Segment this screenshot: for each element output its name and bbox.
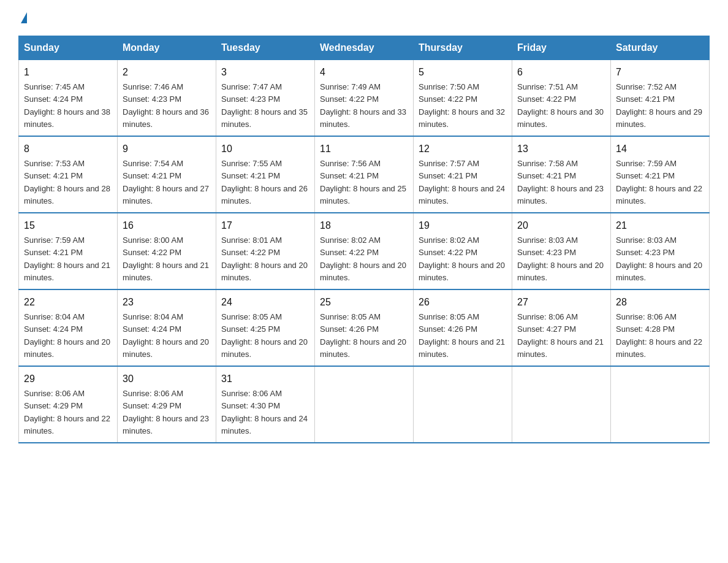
day-number: 28 (616, 295, 704, 310)
day-daylight: Daylight: 8 hours and 21 minutes. (123, 261, 209, 282)
header-sunday: Sunday (19, 36, 118, 60)
day-cell: 4Sunrise: 7:49 AMSunset: 4:22 PMDaylight… (315, 60, 414, 137)
day-sunset: Sunset: 4:21 PM (616, 171, 675, 180)
day-sunrise: Sunrise: 8:03 AM (517, 236, 578, 245)
day-cell: 2Sunrise: 7:46 AMSunset: 4:23 PMDaylight… (118, 60, 216, 137)
day-daylight: Daylight: 8 hours and 26 minutes. (221, 184, 308, 205)
day-cell: 21Sunrise: 8:03 AMSunset: 4:23 PMDayligh… (611, 213, 710, 289)
day-number: 29 (24, 372, 112, 386)
day-sunset: Sunset: 4:26 PM (320, 324, 379, 334)
day-sunrise: Sunrise: 7:50 AM (419, 82, 479, 91)
day-daylight: Daylight: 8 hours and 20 minutes. (24, 337, 110, 359)
header-friday: Friday (512, 36, 611, 60)
day-sunrise: Sunrise: 7:47 AM (221, 82, 282, 91)
day-sunrise: Sunrise: 8:06 AM (517, 312, 578, 321)
day-daylight: Daylight: 8 hours and 25 minutes. (320, 184, 406, 205)
day-sunrise: Sunrise: 8:06 AM (24, 389, 85, 398)
day-daylight: Daylight: 8 hours and 20 minutes. (320, 261, 406, 282)
day-cell: 17Sunrise: 8:01 AMSunset: 4:22 PMDayligh… (216, 213, 315, 289)
day-number: 14 (616, 142, 704, 156)
calendar-body: 1Sunrise: 7:45 AMSunset: 4:24 PMDaylight… (19, 60, 710, 443)
day-daylight: Daylight: 8 hours and 20 minutes. (616, 261, 702, 282)
day-number: 11 (320, 142, 408, 156)
day-daylight: Daylight: 8 hours and 28 minutes. (24, 184, 110, 205)
day-sunrise: Sunrise: 7:59 AM (616, 159, 677, 168)
day-sunrise: Sunrise: 7:58 AM (517, 159, 578, 168)
day-cell: 7Sunrise: 7:52 AMSunset: 4:21 PMDaylight… (611, 60, 710, 137)
day-sunset: Sunset: 4:24 PM (123, 324, 181, 334)
day-sunrise: Sunrise: 8:06 AM (616, 312, 677, 321)
day-number: 16 (123, 218, 211, 233)
day-number: 4 (320, 65, 408, 80)
day-sunset: Sunset: 4:21 PM (616, 94, 675, 104)
day-sunrise: Sunrise: 8:05 AM (419, 312, 479, 321)
day-sunrise: Sunrise: 8:02 AM (419, 236, 479, 245)
day-daylight: Daylight: 8 hours and 32 minutes. (419, 107, 505, 129)
day-daylight: Daylight: 8 hours and 20 minutes. (123, 337, 209, 359)
logo (18, 12, 27, 23)
day-cell: 1Sunrise: 7:45 AMSunset: 4:24 PMDaylight… (19, 60, 118, 137)
day-sunrise: Sunrise: 7:52 AM (616, 82, 677, 91)
day-cell: 6Sunrise: 7:51 AMSunset: 4:22 PMDaylight… (512, 60, 611, 137)
header-row: SundayMondayTuesdayWednesdayThursdayFrid… (19, 36, 710, 60)
day-number: 13 (517, 142, 605, 156)
calendar-table: SundayMondayTuesdayWednesdayThursdayFrid… (18, 36, 710, 443)
day-number: 27 (517, 295, 605, 310)
logo-triangle-icon (21, 12, 27, 23)
day-cell: 28Sunrise: 8:06 AMSunset: 4:28 PMDayligh… (611, 289, 710, 366)
day-daylight: Daylight: 8 hours and 20 minutes. (221, 261, 308, 282)
day-daylight: Daylight: 8 hours and 20 minutes. (517, 261, 604, 282)
day-sunrise: Sunrise: 7:57 AM (419, 159, 479, 168)
day-sunrise: Sunrise: 8:06 AM (123, 389, 183, 398)
day-cell: 10Sunrise: 7:55 AMSunset: 4:21 PMDayligh… (216, 136, 315, 213)
day-sunset: Sunset: 4:24 PM (24, 324, 83, 334)
day-sunset: Sunset: 4:21 PM (517, 171, 576, 180)
day-cell: 20Sunrise: 8:03 AMSunset: 4:23 PMDayligh… (512, 213, 611, 289)
day-cell: 9Sunrise: 7:54 AMSunset: 4:21 PMDaylight… (118, 136, 216, 213)
header-monday: Monday (118, 36, 216, 60)
day-number: 24 (221, 295, 309, 310)
day-cell: 3Sunrise: 7:47 AMSunset: 4:23 PMDaylight… (216, 60, 315, 137)
day-cell: 27Sunrise: 8:06 AMSunset: 4:27 PMDayligh… (512, 289, 611, 366)
day-sunset: Sunset: 4:23 PM (123, 94, 181, 104)
day-cell: 30Sunrise: 8:06 AMSunset: 4:29 PMDayligh… (118, 366, 216, 443)
day-daylight: Daylight: 8 hours and 24 minutes. (419, 184, 505, 205)
day-sunrise: Sunrise: 7:56 AM (320, 159, 381, 168)
day-cell: 14Sunrise: 7:59 AMSunset: 4:21 PMDayligh… (611, 136, 710, 213)
day-cell: 25Sunrise: 8:05 AMSunset: 4:26 PMDayligh… (315, 289, 414, 366)
day-cell: 13Sunrise: 7:58 AMSunset: 4:21 PMDayligh… (512, 136, 611, 213)
day-cell: 15Sunrise: 7:59 AMSunset: 4:21 PMDayligh… (19, 213, 118, 289)
day-cell: 19Sunrise: 8:02 AMSunset: 4:22 PMDayligh… (414, 213, 512, 289)
day-sunrise: Sunrise: 8:06 AM (221, 389, 282, 398)
week-row-3: 15Sunrise: 7:59 AMSunset: 4:21 PMDayligh… (19, 213, 710, 289)
day-daylight: Daylight: 8 hours and 35 minutes. (221, 107, 308, 129)
day-sunset: Sunset: 4:21 PM (24, 171, 83, 180)
header-thursday: Thursday (414, 36, 512, 60)
day-number: 8 (24, 142, 112, 156)
header-saturday: Saturday (611, 36, 710, 60)
day-sunset: Sunset: 4:29 PM (24, 401, 83, 410)
day-sunset: Sunset: 4:22 PM (517, 94, 576, 104)
day-daylight: Daylight: 8 hours and 20 minutes. (320, 337, 406, 359)
day-sunset: Sunset: 4:23 PM (221, 94, 280, 104)
day-sunset: Sunset: 4:21 PM (24, 248, 83, 257)
day-daylight: Daylight: 8 hours and 29 minutes. (616, 107, 702, 129)
day-sunrise: Sunrise: 7:45 AM (24, 82, 85, 91)
day-cell (611, 366, 710, 443)
day-sunset: Sunset: 4:28 PM (616, 324, 675, 334)
day-daylight: Daylight: 8 hours and 36 minutes. (123, 107, 209, 129)
day-daylight: Daylight: 8 hours and 24 minutes. (221, 414, 308, 435)
day-sunset: Sunset: 4:22 PM (123, 248, 181, 257)
day-cell: 22Sunrise: 8:04 AMSunset: 4:24 PMDayligh… (19, 289, 118, 366)
day-number: 3 (221, 65, 309, 80)
day-number: 23 (123, 295, 211, 310)
day-sunrise: Sunrise: 7:49 AM (320, 82, 381, 91)
day-number: 20 (517, 218, 605, 233)
day-sunset: Sunset: 4:23 PM (517, 248, 576, 257)
day-number: 21 (616, 218, 704, 233)
day-sunset: Sunset: 4:22 PM (221, 248, 280, 257)
day-sunrise: Sunrise: 8:05 AM (221, 312, 282, 321)
day-number: 25 (320, 295, 408, 310)
day-daylight: Daylight: 8 hours and 22 minutes. (616, 337, 702, 359)
day-sunset: Sunset: 4:21 PM (221, 171, 280, 180)
